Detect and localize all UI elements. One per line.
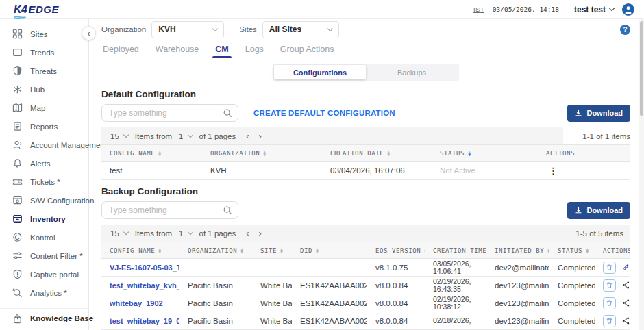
view-toggle: Configurations Backups bbox=[273, 64, 459, 81]
user-menu[interactable]: test test bbox=[574, 5, 614, 14]
delete-button[interactable] bbox=[603, 262, 616, 274]
sidebar-item-kontrol[interactable]: Kontrol bbox=[0, 228, 88, 246]
sidebar-item-sw-configuration[interactable]: S/W Configuration bbox=[0, 191, 88, 210]
tab-cm[interactable]: CM bbox=[215, 40, 228, 58]
default-config-search[interactable] bbox=[101, 104, 238, 122]
share-button[interactable] bbox=[621, 316, 630, 325]
default-config-pagination: 15 Items from 1 of 1 pages ‹ › 1-1 of 1 … bbox=[101, 127, 630, 144]
user-name: test test bbox=[574, 5, 606, 14]
next-page-button[interactable]: › bbox=[259, 131, 262, 141]
sort-icon: ▲▼ bbox=[387, 151, 391, 156]
edit-button[interactable] bbox=[621, 263, 630, 272]
sidebar-item-label: Inventory bbox=[30, 215, 66, 223]
sidebar-item-label: S/W Configuration bbox=[30, 196, 94, 205]
delete-button[interactable] bbox=[603, 315, 616, 327]
prev-page-button[interactable]: ‹ bbox=[246, 131, 249, 141]
items-range-label: 1-5 of 5 items bbox=[575, 229, 623, 238]
sidebar-item-label: Sites bbox=[30, 30, 48, 38]
timezone-label[interactable]: IST bbox=[473, 5, 484, 13]
next-page-button[interactable]: › bbox=[259, 228, 262, 238]
sidebar-item-trends[interactable]: Trends bbox=[0, 43, 88, 62]
sites-select[interactable]: All Sites bbox=[262, 21, 339, 38]
table-row: test KVH 03/04/2026, 16:07:06 Not Active… bbox=[101, 162, 630, 180]
column-header-initiated-by[interactable]: INITIATED BY▲▼ bbox=[486, 242, 549, 258]
page-size-select[interactable]: 15 bbox=[108, 132, 130, 140]
kebab-menu-icon[interactable]: ⋮ bbox=[546, 166, 558, 176]
organization-select[interactable]: KVH bbox=[151, 21, 224, 38]
sidebar-collapse-button[interactable]: ‹ bbox=[82, 26, 96, 40]
table-row: VJ-ES-1607-05-03_Test v8.1.0.75 03/05/20… bbox=[101, 259, 630, 277]
hub-icon bbox=[12, 84, 23, 94]
column-header-organization[interactable]: ORGANIZATION▲▼ bbox=[202, 145, 322, 161]
chevron-down-icon bbox=[187, 132, 193, 138]
delete-button[interactable] bbox=[603, 279, 616, 292]
prev-page-button[interactable]: ‹ bbox=[246, 228, 249, 238]
page-select[interactable]: 1 bbox=[177, 229, 194, 238]
table-row: whitebay_1902 Pacific Basin White Bay ES… bbox=[101, 294, 630, 312]
scrollbar-thumb[interactable] bbox=[640, 21, 643, 116]
tab-logs[interactable]: Logs bbox=[245, 40, 264, 58]
default-config-search-input[interactable] bbox=[109, 108, 223, 118]
sidebar-item-sites[interactable]: Sites bbox=[0, 25, 88, 43]
sidebar-item-threats[interactable]: Threats bbox=[0, 62, 88, 80]
sidebar-item-tickets[interactable]: Tickets * bbox=[0, 173, 88, 191]
column-header-config-name[interactable]: CONFIG NAME▲▼ bbox=[101, 145, 202, 161]
cell-config-name-link[interactable]: test_whitebay_19_02 bbox=[101, 317, 179, 325]
reports-icon bbox=[12, 121, 23, 131]
vertical-scrollbar[interactable] bbox=[639, 19, 644, 330]
column-header-creation-time[interactable]: CREATION TIME▲▼ bbox=[425, 242, 486, 258]
cell-initiated-by: dev123@mailinat... bbox=[486, 299, 549, 307]
column-header-did[interactable]: DID▲▼ bbox=[292, 242, 367, 258]
backup-config-search-input[interactable] bbox=[109, 205, 223, 215]
user-avatar[interactable] bbox=[622, 3, 634, 16]
k4edge-logo[interactable]: K4 EDGE bbox=[0, 3, 96, 16]
page-size-select[interactable]: 15 bbox=[108, 229, 130, 238]
cell-site: White Bay bbox=[252, 281, 292, 290]
help-icon[interactable]: ? bbox=[620, 25, 630, 35]
toggle-backups[interactable]: Backups bbox=[366, 65, 458, 79]
tab-group-actions[interactable]: Group Actions bbox=[280, 40, 334, 58]
cell-config-name-link[interactable]: VJ-ES-1607-05-03_Test bbox=[101, 264, 179, 272]
search-icon bbox=[223, 205, 232, 215]
column-header-status[interactable]: STATUS▲▼ bbox=[549, 242, 595, 258]
sidebar-item-captive-portal[interactable]: Captive portal bbox=[0, 265, 88, 283]
cell-organization: Pacific Basin bbox=[179, 299, 252, 307]
share-button[interactable] bbox=[621, 299, 630, 307]
chevron-down-icon bbox=[609, 5, 615, 11]
backup-config-search[interactable] bbox=[101, 201, 238, 219]
app-window: K4 EDGE IST 03/05/2026, 14:18 test test bbox=[0, 0, 644, 330]
sidebar-item-map[interactable]: Map bbox=[0, 99, 88, 117]
cell-config-name-link[interactable]: test_whitebay_kvh_2026 bbox=[101, 281, 179, 290]
column-header-config-name[interactable]: CONFIG NAME▲▼ bbox=[101, 242, 179, 258]
column-header-eos-version[interactable]: EOS VERSION▲▼ bbox=[367, 242, 425, 258]
cell-did: ES1K42AABAA002110 bbox=[292, 299, 367, 307]
create-default-configuration-link[interactable]: CREATE DEFAULT CONFIGURATION bbox=[253, 109, 395, 117]
download-label: Download bbox=[586, 206, 623, 214]
sidebar-item-hub[interactable]: Hub bbox=[0, 80, 88, 99]
column-header-status[interactable]: STATUS▲▼ bbox=[432, 145, 538, 161]
delete-button[interactable] bbox=[603, 297, 616, 309]
toggle-configurations[interactable]: Configurations bbox=[274, 65, 366, 79]
sidebar-item-knowledge-base[interactable]: Knowledge Base bbox=[0, 308, 88, 327]
share-button[interactable] bbox=[621, 281, 630, 290]
inventory-icon bbox=[12, 214, 23, 224]
share-icon bbox=[621, 316, 630, 325]
sidebar-item-content-filter[interactable]: Content Filter * bbox=[0, 246, 88, 265]
column-header-organization[interactable]: ORGANIZATION▲▼ bbox=[179, 242, 252, 258]
sidebar-item-label: Hub bbox=[30, 86, 45, 94]
cell-config-name-link[interactable]: whitebay_1902 bbox=[101, 299, 179, 307]
page-select[interactable]: 1 bbox=[177, 132, 194, 140]
sidebar-item-analytics[interactable]: Analytics * bbox=[0, 283, 88, 302]
sidebar-item-account-management[interactable]: Account Management bbox=[0, 136, 88, 154]
column-header-creation-date[interactable]: CREATION DATE▲▼ bbox=[322, 145, 432, 161]
tab-warehouse[interactable]: Warehouse bbox=[156, 40, 199, 58]
tab-deployed[interactable]: Deployed bbox=[103, 40, 139, 58]
backup-config-download-button[interactable]: Download bbox=[567, 202, 630, 219]
sidebar-item-reports[interactable]: Reports bbox=[0, 117, 88, 136]
default-config-download-button[interactable]: Download bbox=[567, 105, 630, 122]
alerts-icon bbox=[12, 158, 23, 168]
sidebar-item-inventory[interactable]: Inventory bbox=[0, 210, 88, 228]
column-header-site[interactable]: SITE▲▼ bbox=[252, 242, 292, 258]
sidebar-item-alerts[interactable]: Alerts bbox=[0, 154, 88, 173]
items-from-label: Items from bbox=[135, 229, 172, 238]
